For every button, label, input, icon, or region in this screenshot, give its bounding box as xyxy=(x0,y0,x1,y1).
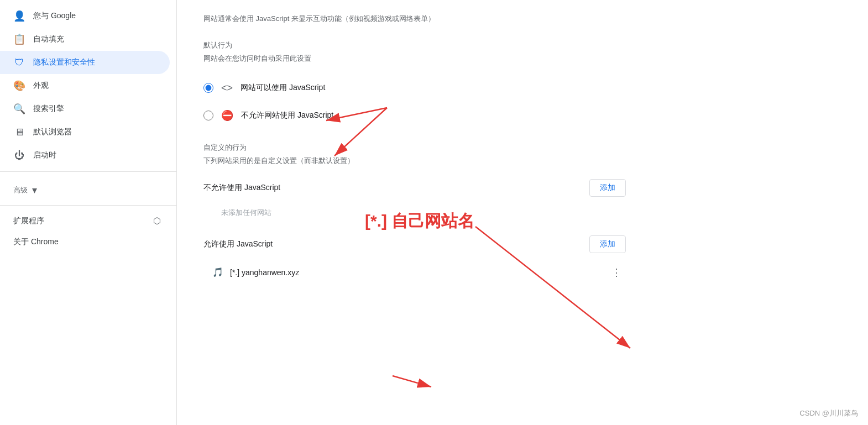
svg-line-4 xyxy=(393,376,431,387)
sidebar-divider2 xyxy=(0,205,176,206)
sidebar-label-startup: 启动时 xyxy=(33,150,161,160)
allow-title: 允许使用 JavaScript xyxy=(203,239,273,249)
allow-header: 允许使用 JavaScript 添加 xyxy=(203,235,626,253)
not-allow-header: 不允许使用 JavaScript 添加 xyxy=(203,179,626,197)
site-name: [*.] yanghanwen.xyz xyxy=(230,268,600,277)
site-entry: 🎵 [*.] yanghanwen.xyz ⋮ xyxy=(203,260,626,285)
sidebar-label-privacy: 隐私设置和安全性 xyxy=(33,57,161,67)
external-link-icon: ⬡ xyxy=(153,216,161,226)
custom-behavior-title: 自定义的行为 xyxy=(203,143,626,153)
startup-icon: ⏻ xyxy=(13,149,25,161)
sidebar-label-google: 您与 Google xyxy=(33,11,161,21)
chevron-down-icon: ▾ xyxy=(32,184,37,196)
main-content: 网站通常会使用 JavaScript 来显示互动功能（例如视频游戏或网络表单） … xyxy=(177,0,868,425)
sidebar-item-search[interactable]: 🔍 搜索引擎 xyxy=(0,97,170,120)
allow-block: 允许使用 JavaScript 添加 🎵 [*.] yanghanwen.xyz… xyxy=(203,235,626,285)
radio-allow-js[interactable]: <> 网站可以使用 JavaScript xyxy=(203,75,626,102)
sidebar: 👤 您与 Google 📋 自动填充 🛡 隐私设置和安全性 🎨 外观 🔍 搜索引… xyxy=(0,0,177,425)
annotation-text: [*.] 自己网站名 xyxy=(365,210,474,233)
advanced-label: 高级 xyxy=(13,185,28,195)
sidebar-label-appearance: 外观 xyxy=(33,81,161,91)
search-icon: 🔍 xyxy=(13,103,25,115)
sidebar-item-about[interactable]: 关于 Chrome xyxy=(0,232,170,253)
sidebar-item-appearance[interactable]: 🎨 外观 xyxy=(0,74,170,97)
custom-behavior-subtitle: 下列网站采用的是自定义设置（而非默认设置） xyxy=(203,156,626,166)
radio-deny-label: 不允许网站使用 JavaScript xyxy=(241,111,333,120)
content-area: 网站通常会使用 JavaScript 来显示互动功能（例如视频游戏或网络表单） … xyxy=(177,0,652,312)
sidebar-label-about: 关于 Chrome xyxy=(13,237,161,247)
content-wrapper: 网站通常会使用 JavaScript 来显示互动功能（例如视频游戏或网络表单） … xyxy=(177,0,868,312)
shield-icon: 🛡 xyxy=(13,56,25,69)
allow-add-button[interactable]: 添加 xyxy=(589,235,626,253)
sidebar-item-startup[interactable]: ⏻ 启动时 xyxy=(0,144,170,167)
browser-icon: 🖥 xyxy=(13,126,25,138)
sidebar-advanced-section[interactable]: 高级 ▾ xyxy=(0,176,176,201)
sidebar-item-autofill[interactable]: 📋 自动填充 xyxy=(0,28,170,51)
watermark: CSDN @川川菜鸟 xyxy=(799,408,858,418)
more-options-icon[interactable]: ⋮ xyxy=(607,264,626,281)
default-behavior-title: 默认行为 xyxy=(203,40,626,50)
not-allow-title: 不允许使用 JavaScript xyxy=(203,183,280,193)
block-icon: ⛔ xyxy=(221,109,233,122)
music-icon: 🎵 xyxy=(212,267,223,277)
appearance-icon: 🎨 xyxy=(13,80,25,92)
sidebar-label-browser: 默认浏览器 xyxy=(33,127,161,137)
code-icon: <> xyxy=(221,82,233,94)
sidebar-item-google[interactable]: 👤 您与 Google xyxy=(0,4,170,28)
default-behavior-subtitle: 网站会在您访问时自动采用此设置 xyxy=(203,54,626,64)
radio-deny-js[interactable]: ⛔ 不允许网站使用 JavaScript xyxy=(203,102,626,129)
sidebar-divider xyxy=(0,171,176,172)
autofill-icon: 📋 xyxy=(13,33,25,45)
sidebar-item-privacy[interactable]: 🛡 隐私设置和安全性 xyxy=(0,51,170,74)
sidebar-item-extensions[interactable]: 扩展程序 ⬡ xyxy=(0,210,170,232)
radio-allow-label: 网站可以使用 JavaScript xyxy=(240,83,325,93)
intro-text: 网站通常会使用 JavaScript 来显示互动功能（例如视频游戏或网络表单） xyxy=(203,13,626,25)
sidebar-label-autofill: 自动填充 xyxy=(33,34,161,44)
person-icon: 👤 xyxy=(13,10,25,22)
radio-allow-input[interactable] xyxy=(203,83,213,93)
radio-deny-input[interactable] xyxy=(203,111,213,120)
sidebar-item-browser[interactable]: 🖥 默认浏览器 xyxy=(0,120,170,144)
sidebar-label-search: 搜索引擎 xyxy=(33,104,161,114)
not-allow-add-button[interactable]: 添加 xyxy=(589,179,626,197)
sidebar-label-extensions: 扩展程序 xyxy=(13,216,145,226)
